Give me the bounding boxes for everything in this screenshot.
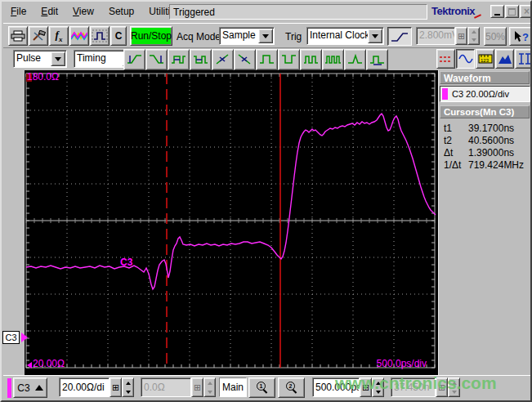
trace-label: C3: [120, 257, 132, 268]
dt-value: 1.39000ns: [468, 147, 514, 159]
menu-setup[interactable]: Setup: [101, 3, 141, 20]
positive-pulse-button[interactable]: [256, 49, 278, 70]
positive-width-button[interactable]: [168, 49, 190, 70]
menu-view[interactable]: View: [65, 3, 101, 20]
rise-time-button[interactable]: [123, 49, 145, 70]
burst-width-icon: [324, 53, 342, 66]
menu-file[interactable]: File: [3, 3, 34, 20]
cursor-row-t2: t2 40.5600ns: [444, 135, 529, 146]
waveform-color-icon: [71, 30, 87, 42]
channel-marker-label: C3: [2, 331, 20, 344]
burst-width-button[interactable]: [322, 49, 344, 70]
acq-mode-dropdown-arrow[interactable]: [258, 29, 273, 43]
vertical-bars-button[interactable]: [515, 49, 532, 69]
tools-icon: [31, 30, 46, 42]
ibeam-icon: [518, 53, 531, 65]
delay-button[interactable]: [366, 49, 388, 70]
falling-edge-icon: [236, 53, 254, 66]
meas-source-select[interactable]: Pulse: [13, 50, 67, 68]
tools-button[interactable]: [29, 26, 48, 46]
vertical-top-label: 180.0Ω: [27, 71, 59, 83]
zoom1-button[interactable]: 1: [248, 377, 275, 398]
histogram-button[interactable]: [495, 49, 514, 69]
pulse-window-button[interactable]: [90, 26, 110, 46]
cursors-button[interactable]: [436, 49, 455, 69]
negative-width-button[interactable]: [190, 49, 212, 70]
trig-dropdown-arrow[interactable]: [368, 29, 382, 43]
meas-source-dropdown-arrow[interactable]: [51, 51, 65, 66]
inv-dt-label: 1/Δt: [444, 159, 461, 171]
close-button[interactable]: ×: [520, 5, 532, 18]
tektronix-logo: Tektronix: [431, 5, 489, 20]
readout-panel: Waveform C3 20.00Ω/div Cursors(Mn C3) t1…: [438, 70, 532, 375]
vertical-offset-field: 0.0Ω: [141, 377, 191, 397]
plot-area[interactable]: 180.0Ω 20.00Ω 500.0ps/div C3: [25, 70, 438, 375]
cursor-row-dt: Δt 1.39000ns: [444, 147, 529, 159]
clear-label: C: [115, 30, 123, 42]
cursor-row-inv-dt: 1/Δt 719.424MHz: [444, 159, 529, 171]
readout-button[interactable]: 123: [476, 49, 494, 69]
fall-time-button[interactable]: [145, 49, 168, 70]
logo-accent: [474, 14, 481, 19]
pulse-train-button[interactable]: [300, 49, 322, 70]
clear-button[interactable]: C: [110, 26, 127, 46]
positive-width-icon: [170, 53, 188, 66]
vertical-scale-spinner[interactable]: [122, 377, 134, 397]
restore-button[interactable]: [505, 5, 519, 18]
channel-marker[interactable]: C3: [2, 331, 27, 345]
inv-dt-value: 719.424MHz: [468, 159, 524, 171]
zoom2-button[interactable]: 2: [278, 377, 305, 398]
rising-edge-button[interactable]: [212, 49, 234, 70]
print-button[interactable]: [8, 26, 28, 46]
timebase-keypad-button[interactable]: ⊞: [360, 377, 372, 397]
waveform-view-button[interactable]: [456, 49, 475, 69]
delay-keypad-button[interactable]: ⊞: [436, 377, 448, 397]
rise-time-icon: [126, 53, 144, 66]
negative-pulse-button[interactable]: [278, 49, 300, 70]
menu-edit[interactable]: Edit: [34, 3, 65, 20]
context-help-button[interactable]: ?: [509, 27, 532, 46]
trig-level-keypad-button[interactable]: ⊞: [455, 27, 467, 45]
vertical-scale-field[interactable]: 20.00Ω/di: [59, 377, 110, 397]
timebase-field[interactable]: 500.000ps: [312, 377, 360, 397]
trig-source-select[interactable]: Internal Clock: [306, 27, 384, 45]
bottom-label-marker: [27, 362, 32, 368]
acq-mode-value: Sample: [222, 29, 256, 41]
waveform-entry[interactable]: C3 20.00Ω/div: [440, 86, 530, 102]
fall-time-icon: [148, 53, 166, 66]
vertical-offset-spinner[interactable]: [203, 377, 216, 397]
fx-button[interactable]: fx: [49, 26, 69, 46]
trig-level-spinner[interactable]: [467, 27, 480, 45]
vertical-scale-keypad-button[interactable]: ⊞: [110, 377, 122, 397]
dt-label: Δt: [444, 147, 453, 159]
trig-slope-button[interactable]: [387, 27, 412, 46]
main-timebase-button[interactable]: Main: [219, 377, 247, 397]
delay-spinner[interactable]: [448, 377, 460, 397]
acq-mode-select[interactable]: Sample: [219, 27, 275, 45]
positive-peak-button[interactable]: [344, 49, 366, 70]
bottom-bar: C3 20.00Ω/di ⊞ 0.0Ω ⊞ Main 1 2 500.000ps…: [3, 375, 532, 400]
delay-field: 37.450n: [391, 377, 436, 397]
vertical-offset-keypad-button[interactable]: ⊞: [191, 377, 203, 397]
set-fifty-button[interactable]: 50%: [484, 27, 507, 46]
fifty-label: 50%: [485, 31, 505, 42]
t2-label: t2: [444, 135, 452, 146]
cursors-icon: [439, 54, 453, 65]
fx-icon: fx: [56, 29, 63, 43]
run-stop-button[interactable]: Run/Stop: [130, 26, 172, 46]
slope-icon: [391, 31, 409, 42]
channel-select-button[interactable]: C3: [13, 377, 47, 398]
up-triangle-icon: [35, 385, 43, 391]
timebase-spinner[interactable]: [372, 377, 384, 397]
channel-marker-arrow: [21, 333, 28, 342]
minimize-button[interactable]: [490, 5, 504, 18]
rising-edge-icon: [214, 53, 232, 66]
negative-width-icon: [192, 53, 210, 66]
t1-label: t1: [444, 123, 452, 134]
t1-value: 39.1700ns: [468, 123, 514, 134]
cursor-row-t1: t1 39.1700ns: [444, 123, 529, 134]
waveform-display-button[interactable]: [69, 26, 89, 46]
help-pointer-icon: ?: [512, 30, 529, 43]
falling-edge-button[interactable]: [234, 49, 256, 70]
trig-label: Trig: [285, 31, 302, 42]
